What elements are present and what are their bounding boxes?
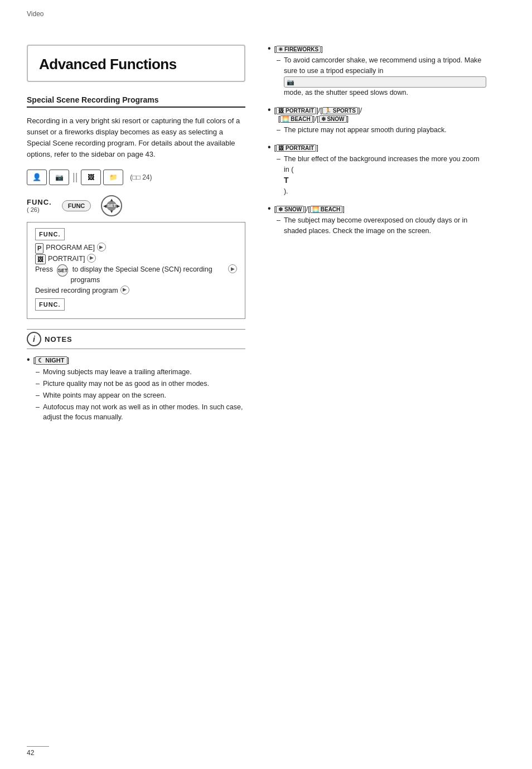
note-snow-beach-sub1: The subject may become overexposed on cl…: [277, 215, 486, 236]
snow-icon-g1: ❄ SNOW: [319, 115, 347, 123]
portrait-icon-g1: 🖼 PORTRAIT: [276, 107, 316, 114]
notes-header: i NOTES: [27, 329, 245, 349]
note-snow-beach-sublist: The subject may become overexposed on cl…: [268, 215, 486, 236]
func-button[interactable]: FUNC: [62, 200, 91, 211]
mode-icon-camera: 📷: [49, 170, 69, 185]
zoom-T-label: T: [284, 175, 486, 186]
set-label: SET: [108, 203, 117, 208]
note-group1-sublist: The picture may not appear smooth during…: [268, 125, 486, 136]
folder-icon: 📁: [109, 173, 118, 181]
note-fireworks-sublist: To avoid camcorder shake, we recommend u…: [268, 55, 486, 98]
bullet-dot-night: •: [27, 355, 30, 364]
set-inline-btn: SET: [57, 264, 68, 277]
page-number: 42: [27, 746, 49, 757]
dial-arrow-left: ◀: [103, 203, 107, 208]
step-portrait-text: PORTRAIT]: [48, 254, 85, 264]
note-bullet-fireworks: • [✳ FIREWORKS]: [268, 45, 486, 53]
mode-icon-person-video: 👤: [27, 170, 47, 185]
mode-ref: (□□ 24): [130, 173, 152, 181]
step-arrow-3: ▶: [228, 264, 237, 273]
bullet-dot-group1: •: [268, 105, 271, 114]
portrait-step-icon: 🖼: [35, 254, 46, 265]
program-ae-icon: P: [35, 243, 43, 254]
person-video-icon: 👤: [32, 173, 41, 181]
note-night-sublist: Moving subjects may leave a trailing aft…: [27, 367, 245, 423]
func-row: FUNC. ( 26) FUNC ▲ ▶ ▼ ◀ SET: [27, 195, 245, 216]
bullet-dot-snow-beach: •: [268, 204, 271, 213]
right-notes-list: • [✳ FIREWORKS] To avoid camcorder shake…: [268, 45, 486, 236]
steps-block: FUNC. P PROGRAM AE] ▶ 🖼 PORTRAIT] ▶ Pres…: [27, 222, 245, 320]
note-item-group1: • [🖼 PORTRAIT]/[🏃 SPORTS]/ [🌅 BEACH]/[❄ …: [268, 106, 486, 136]
camera-mode-inline: 📷: [284, 76, 486, 88]
note-item-snow-beach: • [❄ SNOW]/[🌅 BEACH] The subject may bec…: [268, 205, 486, 236]
beach-icon-g1: 🌅 BEACH: [280, 115, 312, 123]
right-column: • [✳ FIREWORKS] To avoid camcorder shake…: [257, 45, 513, 428]
note-portrait-sublist: The blur effect of the background increa…: [268, 154, 486, 197]
note-group1-sub1: The picture may not appear smooth during…: [277, 125, 486, 136]
note-portrait-label: [🖼 PORTRAIT]: [274, 143, 318, 152]
notes-title: NOTES: [45, 335, 72, 344]
notes-icon: i: [27, 332, 41, 346]
step-arrow-1: ▶: [97, 243, 106, 252]
note-night-label: [☾ NIGHT]: [33, 356, 70, 365]
portrait-icon-solo: 🖼 PORTRAIT: [276, 144, 316, 152]
camera-icon: 📷: [55, 173, 64, 181]
special-scene-heading: Special Scene Recording Programs: [27, 95, 245, 108]
fireworks-icon: ✳ FIREWORKS: [276, 46, 321, 53]
bullet-dot-portrait: •: [268, 143, 271, 152]
note-night-sub3: White points may appear on the screen.: [36, 390, 245, 401]
notes-section: i NOTES • [☾ NIGHT] Moving subjects may …: [27, 329, 245, 423]
special-scene-body: Recording in a very bright ski resort or…: [27, 115, 245, 161]
advanced-functions-title: Advanced Functions: [39, 56, 233, 73]
note-portrait-sub1: The blur effect of the background increa…: [277, 154, 486, 197]
dial-arrow-bottom: ▼: [109, 209, 114, 214]
note-night-sub1: Moving subjects may leave a trailing aft…: [36, 367, 245, 378]
steps-open-tag: FUNC.: [35, 228, 65, 241]
left-column: Advanced Functions Special Scene Recordi…: [0, 45, 257, 428]
mode-icon-portrait: 🖼: [81, 170, 101, 185]
note-item-fireworks: • [✳ FIREWORKS] To avoid camcorder shake…: [268, 45, 486, 98]
step-program-ae: P PROGRAM AE] ▶: [35, 243, 237, 254]
set-dial[interactable]: ▲ ▶ ▼ ◀ SET: [101, 195, 122, 216]
func-btn-label: FUNC: [68, 202, 85, 209]
dial-arrow-top: ▲: [109, 197, 114, 202]
beach-icon-solo: 🌅 BEACH: [310, 206, 342, 213]
step-desired: Desired recording program ▶: [35, 286, 237, 296]
mode-icon-folder: 📁: [103, 170, 123, 185]
step-press-text: Press: [35, 264, 55, 275]
step-desired-text: Desired recording program: [35, 286, 118, 296]
note-group1-label: [🖼 PORTRAIT]/[🏃 SPORTS]/ [🌅 BEACH]/[❄ SN…: [274, 106, 362, 123]
step-portrait: 🖼 PORTRAIT] ▶: [35, 254, 237, 265]
advanced-functions-box: Advanced Functions: [27, 45, 245, 82]
note-fireworks-sub1: To avoid camcorder shake, we recommend u…: [277, 55, 486, 98]
note-fireworks-label: [✳ FIREWORKS]: [274, 45, 323, 53]
note-snow-beach-label: [❄ SNOW]/[🌅 BEACH]: [274, 205, 345, 213]
dial-arrow-right: ▶: [117, 203, 120, 208]
portrait-mode-icon: 🖼: [88, 173, 94, 181]
func-label-main: FUNC.: [27, 198, 52, 206]
mode-separator: ||: [72, 171, 78, 183]
step-press-set: Press SET to display the Special Scene (…: [35, 264, 237, 286]
content-wrapper: Advanced Functions Special Scene Recordi…: [0, 11, 532, 428]
note-bullet-snow-beach: • [❄ SNOW]/[🌅 BEACH]: [268, 205, 486, 213]
step-program-ae-text: PROGRAM AE]: [46, 243, 95, 253]
note-item-night: • [☾ NIGHT] Moving subjects may leave a …: [27, 356, 245, 423]
note-night-sub4: Autofocus may not work as well as in oth…: [36, 402, 245, 423]
night-icon: ☾ NIGHT: [35, 356, 67, 365]
note-item-portrait: • [🖼 PORTRAIT] The blur effect of the ba…: [268, 143, 486, 197]
note-night-sub2: Picture quality may not be as good as in…: [36, 379, 245, 389]
bullet-dot-fireworks: •: [268, 44, 271, 53]
sports-icon-g1: 🏃 SPORTS: [322, 107, 358, 114]
snow-icon-solo: ❄ SNOW: [276, 206, 304, 213]
steps-close-tag: FUNC.: [35, 298, 65, 311]
func-label-sub: ( 26): [27, 206, 52, 213]
note-bullet-portrait: • [🖼 PORTRAIT]: [268, 143, 486, 152]
page-category-label: Video: [27, 10, 43, 18]
func-label-block: FUNC. ( 26): [27, 198, 52, 213]
mode-icons-row: 👤 📷 || 🖼 📁 (□□ 24): [27, 170, 245, 185]
step-arrow-2: ▶: [87, 254, 96, 263]
page-container: Video Advanced Functions Special Scene R…: [0, 0, 532, 769]
note-bullet-night: • [☾ NIGHT]: [27, 356, 245, 365]
note-bullet-group1: • [🖼 PORTRAIT]/[🏃 SPORTS]/ [🌅 BEACH]/[❄ …: [268, 106, 486, 123]
notes-list: • [☾ NIGHT] Moving subjects may leave a …: [27, 356, 245, 423]
